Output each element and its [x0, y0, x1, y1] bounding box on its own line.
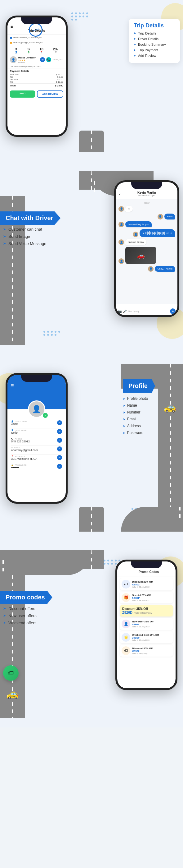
promo-icon-1: 🏷	[121, 580, 130, 589]
section-trip-details: ☰ Trip Details BOOKED Holes Grove, south…	[0, 0, 183, 162]
promo-phone: ☰ Promo Codes 🏷 Discount 20% Off C8502 V…	[115, 560, 177, 690]
mic-icon[interactable]: 🎤	[123, 310, 126, 313]
edit-first-name[interactable]: ✏	[57, 420, 62, 425]
promo-icon-3: 👤	[121, 620, 130, 628]
road-top-1	[79, 131, 104, 152]
msg-voice: ▶	[118, 229, 175, 237]
address-value: 301, Welstone st, CA	[11, 457, 62, 460]
trip-details-panel: Trip Details Trip Details Driver Details…	[129, 19, 180, 63]
chat-banner-label: Chat with Driver	[0, 211, 61, 225]
field-email: ✉ EMAIL adamsky@gmail.com ✏	[11, 446, 62, 452]
promo-valid-3: Valid till 31 July 2022	[132, 626, 171, 628]
promo-valid-4: Valid till 24 July 2020	[132, 639, 171, 641]
section-promo: 🚕 Promo codes Discount offers New user o…	[0, 541, 183, 727]
edit-email[interactable]: ✏	[57, 446, 62, 452]
profile-panel-items: ➤ Profile photo ➤ Name ➤ Number ➤ Email …	[123, 396, 155, 435]
feature-new-user: New user offers	[3, 613, 37, 618]
trip-details-panel-title: Trip Details	[134, 22, 175, 29]
road-right-3	[158, 364, 183, 532]
paid-button[interactable]: PAID	[10, 90, 35, 98]
email-value: adamsky@gmail.com	[11, 448, 62, 452]
panel-item-booking-summary[interactable]: Booking Summary	[134, 42, 175, 46]
promo-hamburger-icon[interactable]: ☰	[120, 570, 123, 574]
msg-bubble-okay: Okay, Thanks	[155, 266, 175, 272]
profile-avatar-badge: ✓	[43, 413, 48, 418]
voice-time: 02:18	[166, 232, 172, 235]
road-curve-bottom-3	[121, 507, 183, 532]
call-icon[interactable]: 📞	[46, 57, 51, 62]
driver-address: Address	[18, 62, 39, 63]
profile-panel-item-number[interactable]: ➤ Number	[123, 410, 155, 414]
profile-panel-item-email[interactable]: ➤ Email	[123, 417, 155, 421]
promo-item-weekend[interactable]: 🌟 Weekend Deal 15% Off 29B30 Valid till …	[120, 631, 173, 643]
feature-discount: Discount offers	[3, 606, 37, 611]
panel-item-trip-payment[interactable]: Trip Payment	[134, 48, 175, 52]
panel-item-trip-details[interactable]: Trip Details	[134, 31, 175, 35]
profile-phone: ☰ 👤 ✓ 👤 FIRST NAME Adam ✏	[6, 373, 68, 504]
promo-icon-4: 🌟	[121, 633, 130, 642]
chat-date: Today	[118, 202, 175, 204]
driver-icons: ✉ 📞	[40, 57, 51, 62]
chat-phone-screen: ‹ Kevin Martin last sen 03:22 pm Today 👤…	[116, 182, 177, 315]
road-bottom-3	[79, 507, 104, 532]
profile-panel-item-name[interactable]: ➤ Name	[123, 403, 155, 408]
back-button[interactable]: ‹	[119, 191, 121, 196]
section-chat: 🚕 Chat with Driver Customer can chat Sen…	[0, 162, 183, 354]
driver-date: 22 Jan, 2021	[52, 59, 63, 61]
send-button[interactable]: ➤	[170, 308, 176, 314]
profile-panel-item-address[interactable]: ➤ Address	[123, 424, 155, 428]
driver-avatar-chat-4: 👤	[118, 258, 124, 264]
camera-icon[interactable]: 📷	[118, 310, 121, 313]
decorative-dots-1	[71, 12, 89, 21]
feature-send-image: Send Image	[3, 234, 46, 239]
phone-notch-1	[21, 18, 52, 24]
msg-image: 👤 🚗	[118, 247, 175, 264]
road-line-1	[91, 131, 92, 152]
driver-row: 👤 Marks Johnson ★★★★ Address ✉ 📞 22 Jan,…	[7, 55, 66, 65]
profile-panel-item-password[interactable]: ➤ Password	[123, 431, 155, 435]
voice-message: ▶	[140, 229, 175, 237]
promo-item-discount-35-2[interactable]: 🏷 Discount 35% Off C8502 Valid till toda…	[120, 645, 173, 657]
trip-buttons: PAID ADD REVIEW	[7, 89, 66, 99]
pay-discount: Discount $ 0.00	[10, 79, 63, 81]
msg-waiting: 👤 I am waiting for you	[118, 221, 175, 227]
message-icon[interactable]: ✉	[40, 57, 45, 62]
panel-item-add-review[interactable]: Add Review	[134, 54, 175, 58]
edit-phone[interactable]: ✏	[57, 438, 62, 443]
chat-contact-name: Kevin Martin	[119, 191, 174, 194]
promo-title-4: Weekend Deal 15% Off	[132, 633, 171, 637]
promo-item-special-25[interactable]: 🎁 Special 25% Off 52H2P Valid till 24 Ju…	[120, 592, 173, 603]
driver-avatar-chat-3: 👤	[118, 239, 124, 245]
phone-value: 545 526 25012	[11, 440, 62, 443]
promo-code-5: C8502	[132, 650, 171, 653]
profile-form: 👤 FIRST NAME Adam ✏ 👤 LAST NAME Smith ✏	[7, 409, 66, 474]
panel-item-driver-details[interactable]: Driver Details	[134, 37, 175, 41]
chat-image: 🚗	[125, 247, 156, 264]
user-avatar-okay: 👤	[148, 266, 153, 272]
promo-valid-5: Valid till today only	[132, 653, 171, 654]
profile-panel-item-photo[interactable]: ➤ Profile photo	[123, 396, 155, 401]
feature-weekend: Weekend offers	[3, 621, 37, 625]
hamburger-icon[interactable]: ☰	[10, 384, 14, 388]
promo-title-3: Now User 35% Off	[132, 620, 171, 623]
promo-item-discount-35-highlight[interactable]: Discount 35% Off Z920D Valid till today …	[120, 605, 173, 617]
msg-bubble-waiting: I am waiting for you	[125, 221, 152, 227]
edit-last-name[interactable]: ✏	[57, 429, 62, 434]
promo-decorative-icon: 🏷	[3, 665, 19, 681]
chat-input[interactable]: Start typing...	[128, 310, 169, 312]
promo-code-highlight: Z920D Valid till today only	[122, 611, 171, 614]
add-review-button[interactable]: ADD REVIEW	[37, 90, 63, 98]
chat-input-row: 📷 🎤 Start typing... ➤	[116, 307, 177, 315]
first-name-value: Adam	[11, 423, 62, 426]
promo-code-3: 99F02	[132, 623, 171, 626]
msg-hi: 👤 Hi	[118, 206, 175, 212]
promo-item-new-user[interactable]: 👤 Now User 35% Off 99F02 Valid till 31 J…	[120, 618, 173, 630]
edit-address[interactable]: ✏	[57, 455, 62, 460]
edit-password[interactable]: ✏	[57, 464, 62, 469]
password-value: ••••••••	[11, 466, 62, 469]
msg-bubble-onway: I am on th way	[125, 239, 146, 245]
promo-item-discount-20[interactable]: 🏷 Discount 20% Off C8502 Valid till 31 J…	[120, 578, 173, 590]
user-avatar-voice: 👤	[133, 231, 138, 237]
field-phone: 📞 PHONE 545 526 25012 ✏	[11, 438, 62, 443]
user-avatar-chat: 👤	[157, 214, 163, 219]
